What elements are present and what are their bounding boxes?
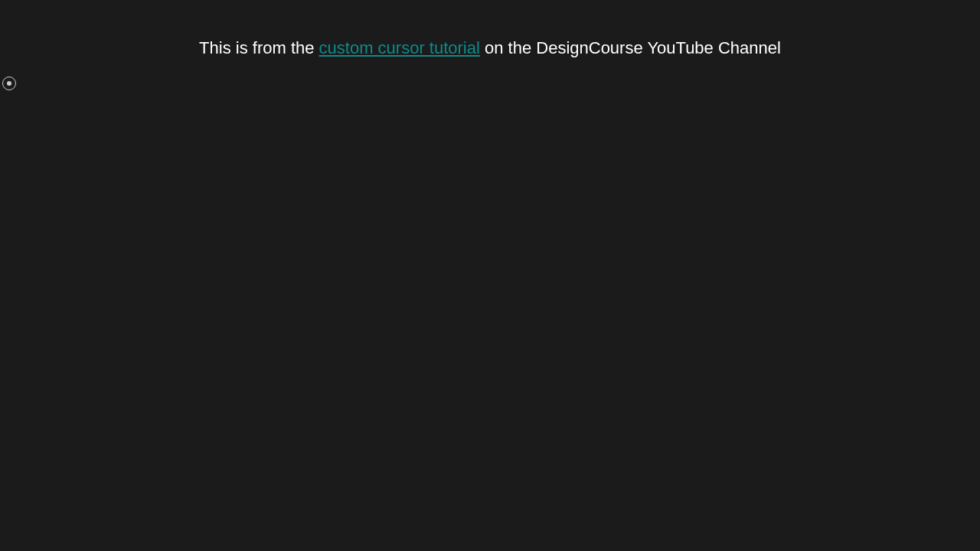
cursor-inner-dot: [7, 81, 11, 86]
description-before: This is from the: [199, 38, 318, 57]
tutorial-link[interactable]: custom cursor tutorial: [319, 38, 480, 57]
cursor-outer-ring: [2, 77, 16, 90]
description-after: on the DesignCourse YouTube Channel: [480, 38, 781, 57]
description-text: This is from the custom cursor tutorial …: [0, 0, 980, 58]
